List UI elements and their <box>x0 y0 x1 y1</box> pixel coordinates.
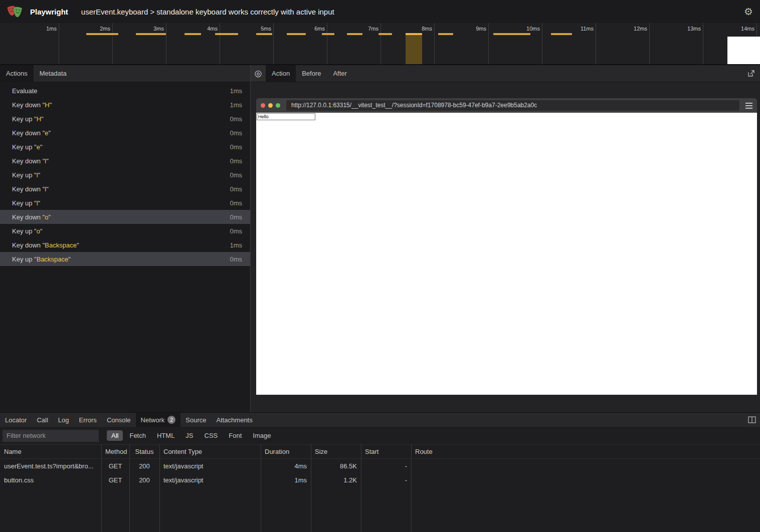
network-cell: userEvent.test.ts?import&bro... <box>0 462 101 470</box>
timeline-gridline <box>703 23 703 64</box>
tab-label: Locator <box>5 416 27 424</box>
filter-chip-html[interactable]: HTML <box>152 430 179 441</box>
column-divider <box>129 444 130 532</box>
timeline[interactable]: 1ms2ms3ms4ms5ms6ms7ms8ms9ms10ms11ms12ms1… <box>0 23 760 65</box>
filter-chip-image[interactable]: Image <box>248 430 275 441</box>
network-cell: GET <box>101 476 129 484</box>
network-filter-input[interactable] <box>3 430 99 442</box>
action-key-close-quote: " <box>46 185 49 193</box>
timeline-action-bar <box>136 33 166 35</box>
timeline-action-bar <box>287 33 306 35</box>
action-row[interactable]: Key down "Backspace"1ms <box>0 238 250 252</box>
app-name: Playwright <box>30 8 68 16</box>
timeline-gridline <box>273 23 274 64</box>
tab-console[interactable]: Console <box>102 413 136 427</box>
timeline-tick-label: 12ms <box>617 26 647 32</box>
action-duration: 0ms <box>230 171 242 179</box>
timeline-tick-label: 5ms <box>241 26 271 32</box>
timeline-gridline <box>596 23 596 64</box>
filter-chip-font[interactable]: Font <box>224 430 246 441</box>
action-row[interactable]: Key up "e"0ms <box>0 140 250 154</box>
action-label: Key down <box>12 213 43 221</box>
action-key-close-quote: " <box>38 171 41 179</box>
action-duration: 1ms <box>230 101 242 109</box>
snapshot-page <box>256 113 757 395</box>
column-header-status: Status <box>129 448 159 455</box>
action-row[interactable]: Key down "l"0ms <box>0 154 250 168</box>
tab-label: Errors <box>79 416 96 424</box>
action-label: Key down <box>12 185 43 193</box>
column-header-name: Name <box>0 448 101 455</box>
timeline-gridline <box>488 23 489 64</box>
column-divider <box>411 444 412 532</box>
network-count-badge: 2 <box>167 416 175 424</box>
tab-label: Before <box>302 70 321 77</box>
pick-locator-button[interactable]: ◎ <box>251 65 266 82</box>
action-row[interactable]: Key up "H"0ms <box>0 112 250 126</box>
action-key-close-quote: " <box>50 101 52 109</box>
action-row[interactable]: Key up "Backspace"0ms <box>0 252 250 266</box>
filter-chip-fetch[interactable]: Fetch <box>125 430 150 441</box>
tab-network[interactable]: Network2 <box>136 413 181 427</box>
tab-errors[interactable]: Errors <box>74 413 101 427</box>
action-row[interactable]: Key up "o"0ms <box>0 224 250 238</box>
snapshot-browser-chrome: http://127.0.0.1:63315/__vitest_test__/?… <box>256 98 757 113</box>
timeline-action-bar <box>215 33 238 35</box>
snapshot-panel: ◎ ActionBeforeAfter <box>251 65 760 412</box>
tab-metadata[interactable]: Metadata <box>34 65 73 82</box>
action-row[interactable]: Key up "l"0ms <box>0 196 250 210</box>
split-columns-icon <box>748 416 756 423</box>
tab-action[interactable]: Action <box>266 65 296 82</box>
action-duration: 1ms <box>230 87 242 95</box>
filter-chip-css[interactable]: CSS <box>200 430 223 441</box>
tab-locator[interactable]: Locator <box>0 413 32 427</box>
action-duration: 0ms <box>230 227 242 235</box>
action-duration: 0ms <box>230 129 242 137</box>
action-row[interactable]: Evaluate1ms <box>0 84 250 98</box>
tab-call[interactable]: Call <box>32 413 53 427</box>
action-row[interactable]: Key down "e"0ms <box>0 126 250 140</box>
action-key-close-quote: " <box>49 213 51 221</box>
trace-viewer: Playwright userEvent.keyboard > standalo… <box>0 0 760 532</box>
tab-before[interactable]: Before <box>296 65 327 82</box>
playwright-logo-icon <box>7 4 24 20</box>
column-header-size: Size <box>311 448 361 455</box>
action-key: Backspace <box>45 241 77 249</box>
action-key-close-quote: " <box>41 115 44 123</box>
action-label: Key up <box>12 255 34 263</box>
timeline-action-bar <box>322 33 334 35</box>
filter-chip-js[interactable]: JS <box>181 430 198 441</box>
action-key: H <box>45 101 49 109</box>
action-row[interactable]: Key down "l"0ms <box>0 182 250 196</box>
tab-label: Log <box>58 416 69 424</box>
action-label: Key up <box>12 227 34 235</box>
action-key-close-quote: " <box>40 227 43 235</box>
column-header-duration: Duration <box>261 448 311 455</box>
filter-chip-all[interactable]: All <box>107 430 123 441</box>
tab-attachments[interactable]: Attachments <box>211 413 257 427</box>
action-duration: 0ms <box>230 255 242 263</box>
traffic-lights <box>261 103 280 108</box>
tab-after[interactable]: After <box>327 65 352 82</box>
action-label: Key up <box>12 199 34 207</box>
timeline-tick-label: 11ms <box>563 26 594 32</box>
action-row[interactable]: Key down "H"1ms <box>0 98 250 112</box>
action-row[interactable]: Key up "l"0ms <box>0 168 250 182</box>
layout-split-button[interactable] <box>744 413 760 427</box>
snapshot-browser-window: http://127.0.0.1:63315/__vitest_test__/?… <box>256 98 757 395</box>
open-snapshot-popout-button[interactable] <box>742 65 760 82</box>
network-request-row[interactable]: userEvent.test.ts?import&bro...GET200tex… <box>0 459 760 473</box>
tab-actions[interactable]: Actions <box>0 65 34 82</box>
tab-source[interactable]: Source <box>180 413 211 427</box>
network-request-row[interactable]: button.cssGET200text/javascript1ms1.2K- <box>0 473 760 487</box>
action-row[interactable]: Key down "o"0ms <box>0 210 250 224</box>
action-duration: 0ms <box>230 115 242 123</box>
action-key: H <box>37 115 41 123</box>
action-key-close-quote: " <box>49 129 51 137</box>
network-filter-row: AllFetchHTMLJSCSSFontImage <box>0 427 760 444</box>
timeline-tick-label: 9ms <box>456 26 486 32</box>
menu-hamburger-icon <box>745 103 752 109</box>
tab-log[interactable]: Log <box>53 413 74 427</box>
tab-label: Metadata <box>40 70 67 77</box>
settings-gear-icon[interactable]: ⚙ <box>744 7 753 17</box>
